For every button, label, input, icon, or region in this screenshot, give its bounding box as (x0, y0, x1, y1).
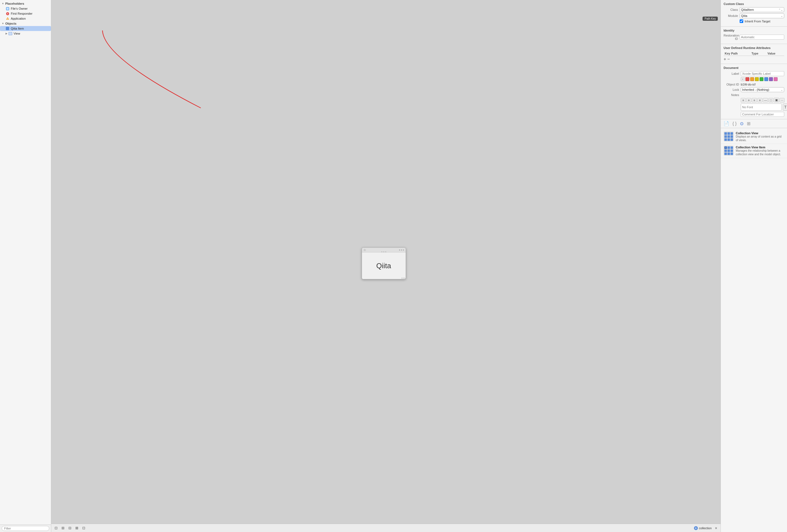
swatch-red[interactable] (745, 77, 749, 81)
library-panel: 📄 { } ⊙ ⊞ Collection View Displays an ar… (721, 119, 787, 532)
class-select[interactable]: QiitalItem ⌃⌄ (740, 7, 784, 12)
notes-align-right[interactable]: ≡ (752, 98, 757, 103)
svg-text:+: + (7, 12, 8, 15)
doc-label-input[interactable] (741, 71, 784, 76)
notes-label-row: Notes (724, 93, 784, 96)
sidebar-section-objects[interactable]: ▼ Objects (0, 21, 51, 26)
library-item-collection-view-item[interactable]: Collection View Item Manages the relatio… (721, 144, 787, 158)
toggle-sidebar-btn[interactable]: ⊡ (54, 525, 59, 531)
restoration-id-row: Restoration ID (724, 34, 784, 40)
swatch-orange[interactable] (750, 77, 754, 81)
comment-input[interactable] (741, 112, 784, 117)
canvas-window-content: Qiita (362, 252, 406, 279)
notes-box[interactable]: □ (768, 98, 773, 103)
class-value: QiitalItem (741, 8, 754, 12)
application-icon: A (5, 17, 9, 21)
first-responder-icon: + (5, 12, 9, 16)
handle-dot-2 (383, 251, 384, 252)
svg-text:A: A (7, 18, 8, 20)
module-select[interactable]: Qiita ⌄ (740, 13, 784, 18)
qiita-item-label: Qiita Item (11, 27, 24, 30)
layout-btn-3[interactable]: ⊠ (74, 525, 80, 531)
lock-select[interactable]: Inherited - (Nothing) ⌄ (741, 87, 784, 92)
udra-add-btn[interactable]: + (724, 57, 726, 62)
notes-box2[interactable]: ▣ (774, 98, 779, 103)
lib-tab-brace[interactable]: { } (732, 121, 737, 126)
sidebar-item-qiita-item[interactable]: Qiita Item (0, 26, 51, 31)
canvas-window[interactable]: Qiita (362, 247, 406, 279)
udra-buttons: + − (724, 57, 784, 62)
view-icon (8, 31, 12, 36)
lib-tab-circle[interactable]: ⊙ (740, 121, 744, 126)
qiita-item-icon (5, 27, 9, 30)
class-label: Class (724, 8, 738, 12)
close-bottom-btn[interactable]: × (714, 525, 718, 531)
document-title: Document (724, 66, 784, 69)
sidebar-item-first-responder[interactable]: + First Responder (0, 11, 51, 16)
notes-label: Notes (724, 93, 739, 96)
swatch-x[interactable]: × (741, 77, 745, 81)
collection-view-title: Collection View (736, 132, 784, 135)
lock-value: Inherited - (Nothing) (742, 88, 769, 91)
no-font-input[interactable] (741, 104, 782, 111)
swatch-blue[interactable] (764, 77, 768, 81)
objects-triangle-icon: ▼ (2, 22, 4, 25)
triangle-icon: ▼ (2, 2, 4, 5)
resize-dot-br-3 (404, 278, 405, 279)
notes-type-btn[interactable]: T (783, 104, 787, 111)
resize-dot-2 (401, 249, 402, 250)
lib-tab-file[interactable]: 📄 (724, 121, 729, 126)
layout-btn-4[interactable]: ⊡ (81, 525, 86, 531)
library-item-collection-view[interactable]: Collection View Displays an array of con… (721, 130, 787, 144)
custom-class-section: Custom Class Class QiitalItem ⌃⌄ Module … (721, 0, 787, 27)
doc-label-label: Label (724, 72, 739, 75)
custom-class-title: Custom Class (724, 2, 784, 5)
first-responder-label: First Responder (11, 12, 33, 15)
swatch-purple[interactable] (769, 77, 773, 81)
collection-view-item-text: Collection View Item Manages the relatio… (736, 146, 784, 156)
module-label: Module (724, 14, 738, 18)
notes-dash[interactable]: — (763, 98, 768, 103)
lib-tab-grid[interactable]: ⊞ (747, 121, 750, 126)
notes-more[interactable]: ··· (780, 98, 785, 103)
sidebar-section-placeholders[interactable]: ▼ Placeholders (0, 1, 51, 6)
files-owner-label: File's Owner (11, 7, 28, 10)
handle-dot-3 (385, 251, 386, 252)
udra-remove-btn[interactable]: − (727, 57, 730, 62)
module-control: Qiita ⌄ (740, 13, 784, 18)
class-arrow-icon: ⌃⌄ (779, 8, 783, 12)
restoration-id-input[interactable] (740, 35, 784, 40)
inherit-label: Inherit From Target (745, 20, 770, 23)
library-tabs: 📄 { } ⊙ ⊞ (721, 119, 787, 128)
bottom-label: ⊕ collection × (694, 525, 718, 531)
sidebar-item-files-owner[interactable]: File's Owner (0, 6, 51, 11)
lock-control: Inherited - (Nothing) ⌄ (741, 87, 784, 92)
layout-btn-1[interactable]: ⊞ (60, 525, 66, 531)
swatch-pink[interactable] (774, 77, 778, 81)
udra-col-keypath: Key Path (724, 51, 750, 56)
layout-btn-2[interactable]: ⊟ (67, 525, 72, 531)
inherit-checkbox[interactable] (740, 19, 743, 23)
udra-section: User Defined Runtime Attributes Key Path… (721, 44, 787, 64)
swatch-yellow[interactable] (755, 77, 759, 81)
notes-area: T ⌃ (741, 104, 784, 111)
titlebar-dots (399, 249, 404, 250)
resize-dot-br-1 (402, 278, 402, 279)
notes-justify[interactable]: ≡ (758, 98, 762, 103)
application-label: Application (11, 17, 26, 20)
notes-align-left[interactable]: ≡ (741, 98, 746, 103)
resize-dot-br-2 (403, 278, 404, 279)
filter-input[interactable] (2, 526, 49, 531)
sidebar-item-view[interactable]: ▶ View (0, 31, 51, 36)
sidebar-item-application[interactable]: A Application (0, 16, 51, 21)
notes-toolbar: ≡ ≡ ≡ ≡ — □ ▣ ··· (724, 98, 784, 103)
color-swatches: × (724, 77, 784, 81)
collection-view-item-icon (724, 146, 733, 156)
notes-align-center[interactable]: ≡ (746, 98, 751, 103)
swatch-green[interactable] (760, 77, 763, 81)
titlebar-dot (364, 249, 366, 251)
resize-dot-1 (399, 249, 400, 250)
objects-label: Objects (5, 22, 16, 25)
udra-table: Key Path Type Value (724, 51, 784, 56)
class-control: QiitalItem ⌃⌄ (740, 7, 784, 12)
